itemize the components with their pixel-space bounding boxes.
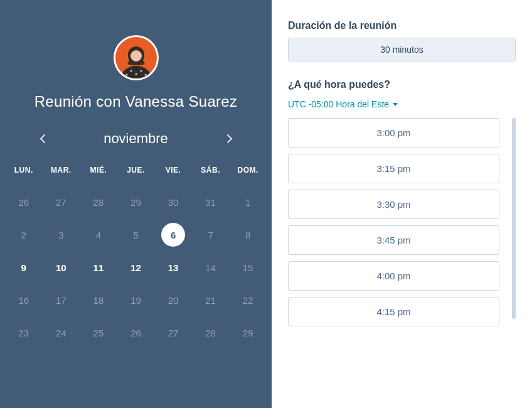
svg-point-2 <box>130 70 132 72</box>
calendar-day-selected[interactable]: 6 <box>154 218 192 251</box>
host-avatar <box>114 35 159 80</box>
prev-month-button[interactable] <box>34 131 50 147</box>
weekday-header: JUE. <box>117 166 155 186</box>
weekday-header: SÁB. <box>192 166 230 186</box>
calendar-day-available[interactable]: 10 <box>43 251 80 284</box>
calendar-day-disabled: 8 <box>229 218 267 251</box>
calendar-day-disabled: 5 <box>117 218 155 251</box>
duration-selector[interactable]: 30 minutos <box>288 38 516 62</box>
calendar-day-available[interactable]: 11 <box>80 251 117 284</box>
meeting-title: Reunión con Vanessa Suarez <box>35 93 238 110</box>
calendar-day-disabled: 30 <box>154 186 192 218</box>
time-slot[interactable]: 3:00 pm <box>288 118 499 148</box>
svg-point-1 <box>130 50 142 62</box>
calendar-day-disabled: 28 <box>80 186 117 218</box>
calendar-grid: LUN.MAR.MIÉ.JUE.VIE.SÁB.DOM. 26272829303… <box>0 166 272 349</box>
scrollbar-track[interactable] <box>512 118 516 408</box>
weekday-header: DOM. <box>229 166 267 186</box>
calendar-day-disabled: 18 <box>80 284 117 316</box>
calendar-day-disabled: 1 <box>229 186 267 218</box>
calendar-day-disabled: 26 <box>117 316 155 349</box>
time-heading: ¿A qué hora puedes? <box>288 79 516 90</box>
calendar-day-available[interactable]: 13 <box>154 251 192 284</box>
time-slot[interactable]: 4:00 pm <box>288 261 499 291</box>
calendar-day-disabled: 21 <box>192 284 230 316</box>
timezone-selector[interactable]: UTC -05:00 Hora del Este <box>288 99 516 109</box>
calendar-day-disabled: 3 <box>43 218 80 251</box>
timezone-label: UTC -05:00 Hora del Este <box>288 99 389 109</box>
calendar-day-disabled: 20 <box>154 284 192 316</box>
calendar-day-disabled: 19 <box>117 284 155 316</box>
caret-down-icon <box>393 103 398 106</box>
svg-point-4 <box>125 74 127 76</box>
svg-point-3 <box>140 70 142 72</box>
time-slot[interactable]: 4:15 pm <box>288 297 499 326</box>
calendar-day-disabled: 4 <box>80 218 117 251</box>
chevron-right-icon <box>227 134 233 143</box>
calendar-day-disabled: 27 <box>43 186 80 218</box>
calendar-day-disabled: 27 <box>154 316 192 349</box>
calendar-week-row: 23242526272829 <box>5 316 267 349</box>
calendar-day-disabled: 14 <box>192 251 230 284</box>
weekday-header-row: LUN.MAR.MIÉ.JUE.VIE.SÁB.DOM. <box>5 166 267 186</box>
calendar-day-disabled: 28 <box>192 316 230 349</box>
calendar-day-disabled: 25 <box>80 316 117 349</box>
scrollbar-thumb[interactable] <box>512 118 516 319</box>
calendar-day-disabled: 31 <box>192 186 230 218</box>
scheduler-app: Reunión con Vanessa Suarez noviembre LUN… <box>0 0 532 408</box>
chevron-left-icon <box>40 134 45 143</box>
calendar-week-row: 16171819202122 <box>5 284 267 316</box>
time-slot[interactable]: 3:30 pm <box>288 190 499 219</box>
avatar-person-icon <box>117 41 155 78</box>
svg-point-6 <box>135 73 137 75</box>
calendar-day-disabled: 16 <box>5 284 43 316</box>
calendar-week-row: 9101112131415 <box>5 251 267 284</box>
time-selection-panel: Duración de la reunión 30 minutos ¿A qué… <box>272 0 532 408</box>
duration-heading: Duración de la reunión <box>288 20 516 31</box>
calendar-day-disabled: 29 <box>229 316 267 349</box>
svg-point-5 <box>144 74 146 76</box>
calendar-day-available[interactable]: 12 <box>117 251 155 284</box>
calendar-day-disabled: 22 <box>229 284 267 316</box>
time-slots-list: 3:00 pm3:15 pm3:30 pm3:45 pm4:00 pm4:15 … <box>288 118 512 408</box>
time-slot[interactable]: 3:45 pm <box>288 225 499 255</box>
calendar-day-available[interactable]: 9 <box>5 251 43 284</box>
weekday-header: VIE. <box>154 166 192 186</box>
time-slot[interactable]: 3:15 pm <box>288 154 499 183</box>
calendar-day-disabled: 26 <box>5 186 43 218</box>
month-navigation: noviembre <box>0 131 272 147</box>
calendar-day-disabled: 24 <box>43 316 80 349</box>
calendar-day-disabled: 29 <box>117 186 155 218</box>
calendar-week-row: 2627282930311 <box>5 186 267 218</box>
calendar-day-disabled: 2 <box>5 218 43 251</box>
calendar-weeks: 2627282930311234567891011121314151617181… <box>5 186 267 349</box>
calendar-day-disabled: 23 <box>5 316 43 349</box>
calendar-day-disabled: 15 <box>229 251 267 284</box>
calendar-day-disabled: 7 <box>192 218 230 251</box>
weekday-header: LUN. <box>5 166 43 186</box>
calendar-panel: Reunión con Vanessa Suarez noviembre LUN… <box>0 0 272 408</box>
calendar-day-disabled: 17 <box>43 284 80 316</box>
calendar-week-row: 2345678 <box>5 218 267 251</box>
time-slots-container: 3:00 pm3:15 pm3:30 pm3:45 pm4:00 pm4:15 … <box>288 118 516 408</box>
month-label: noviembre <box>104 131 168 147</box>
weekday-header: MIÉ. <box>80 166 117 186</box>
next-month-button[interactable] <box>221 131 238 147</box>
weekday-header: MAR. <box>43 166 80 186</box>
